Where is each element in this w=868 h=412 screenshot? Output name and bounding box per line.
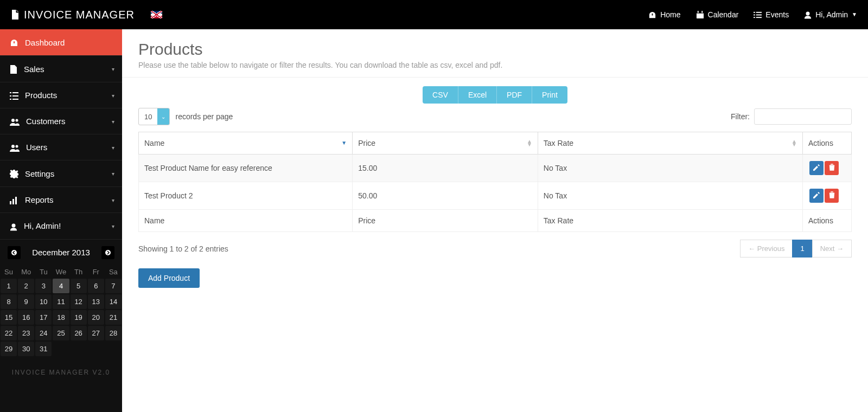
calendar-day[interactable]: 8 [1,294,17,309]
svg-rect-22 [12,199,14,204]
calendar-day[interactable]: 24 [35,326,52,340]
footer-price: Price [353,210,538,232]
calendar-day[interactable]: 11 [53,294,69,309]
svg-rect-14 [12,95,18,96]
calendar-day-header: Sa [105,266,122,278]
edit-button[interactable] [809,161,824,175]
svg-rect-5 [756,12,762,13]
users-icon [10,117,20,126]
calendar-day[interactable]: 2 [18,279,34,293]
header-label: Price [358,139,375,147]
calendar-day[interactable]: 19 [71,310,87,325]
calendar-day[interactable]: 29 [1,342,17,356]
list-icon [754,10,762,20]
svg-point-24 [12,223,16,227]
sidebar-item-reports[interactable]: Reports ▾ [0,187,122,213]
sidebar-item-dashboard[interactable]: Dashboard [0,29,122,56]
sidebar-item-products[interactable]: Products ▾ [0,82,122,108]
cell-actions [803,154,852,182]
calendar-day[interactable]: 30 [18,342,34,356]
page-next-button[interactable]: Next → [812,240,852,258]
sidebar-item-label: Products [25,91,57,100]
svg-rect-21 [10,201,11,204]
dashboard-icon [648,10,656,20]
calendar-day[interactable]: 14 [105,294,122,309]
calendar-day-header: Tu [35,266,52,278]
export-csv-button[interactable]: CSV [423,86,458,104]
calendar-day[interactable]: 23 [18,326,34,340]
column-header-tax[interactable]: Tax Rate ▲▼ [538,132,802,154]
calendar-day[interactable]: 9 [18,294,34,309]
page-prev-button[interactable]: ← Previous [740,240,793,258]
filter-input[interactable] [754,108,852,125]
calendar-day[interactable]: 16 [18,310,34,325]
calendar-day[interactable]: 6 [88,279,104,293]
calendar-prev-button[interactable] [8,246,21,259]
calendar-day[interactable]: 5 [71,279,87,293]
svg-rect-12 [12,92,18,93]
delete-button[interactable] [825,189,839,203]
nav-events[interactable]: Events [754,10,789,20]
svg-point-10 [806,12,810,16]
calendar-day[interactable]: 1 [1,279,17,293]
brand[interactable]: INVOICE MANAGER [11,9,135,21]
cell-tax: No Tax [538,182,802,210]
calendar-day[interactable]: 10 [35,294,52,309]
column-header-name[interactable]: Name ▼ [139,132,353,154]
edit-icon [813,191,820,200]
calendar-day[interactable]: 15 [1,310,17,325]
filter-label: Filter: [731,112,750,121]
products-table: Name ▼ Price ▲▼ Tax Rate ▲▼ Actions [138,132,852,232]
calendar-day[interactable]: 20 [88,310,104,325]
nav-home[interactable]: Home [648,10,680,20]
calendar-day[interactable]: 22 [1,326,17,340]
page-number-button[interactable]: 1 [792,240,812,258]
calendar-day[interactable]: 26 [71,326,87,340]
svg-point-17 [11,119,15,122]
calendar-day[interactable]: 27 [88,326,104,340]
sidebar-item-sales[interactable]: Sales ▾ [0,56,122,82]
calendar-day[interactable]: 28 [105,326,122,340]
calendar-day[interactable]: 21 [105,310,122,325]
export-pdf-button[interactable]: PDF [497,86,532,104]
sidebar-footer: INVOICE MANAGER V2.0 [0,357,122,387]
user-icon [10,221,17,231]
calendar-day[interactable]: 4 [53,279,69,293]
nav-user-menu[interactable]: Hi, Admin ▼ [804,10,857,20]
export-print-button[interactable]: Print [532,86,567,104]
add-product-button[interactable]: Add Product [138,268,200,288]
calendar-day[interactable]: 31 [35,342,52,356]
sidebar-item-users[interactable]: Users ▾ [0,134,122,160]
page-title: Products [138,40,852,59]
column-header-actions: Actions [803,132,852,154]
calendar-day[interactable]: 3 [35,279,52,293]
nav-calendar[interactable]: Calendar [696,10,739,20]
trash-icon [829,191,835,200]
page-length-select[interactable]: 10 ⌄ [138,108,170,125]
column-header-price[interactable]: Price ▲▼ [353,132,538,154]
footer-name: Name [139,210,353,232]
calendar-title: December 2013 [32,248,90,257]
calendar-day[interactable]: 25 [53,326,69,340]
cell-price: 15.00 [353,154,538,182]
calendar-day[interactable]: 12 [71,294,87,309]
svg-point-18 [16,119,18,122]
sidebar-item-customers[interactable]: Customers ▾ [0,108,122,134]
footer-actions: Actions [803,210,852,232]
calendar-day[interactable]: 18 [53,310,69,325]
calendar-day[interactable]: 17 [35,310,52,325]
export-buttons: CSV Excel PDF Print [138,86,852,104]
export-excel-button[interactable]: Excel [458,86,497,104]
edit-button[interactable] [809,189,824,203]
nav-user-label: Hi, Admin [815,10,848,19]
chevron-down-icon: ▾ [112,92,114,98]
delete-button[interactable] [825,161,839,175]
sidebar-item-admin[interactable]: Hi, Admin! ▾ [0,213,122,240]
calendar-day[interactable]: 13 [88,294,104,309]
chevron-down-icon: ▾ [112,144,114,150]
calendar-header: December 2013 [0,240,122,266]
language-flag[interactable] [151,11,162,18]
sidebar-item-settings[interactable]: Settings ▾ [0,160,122,187]
calendar-next-button[interactable] [101,246,114,259]
calendar-day[interactable]: 7 [105,279,122,293]
